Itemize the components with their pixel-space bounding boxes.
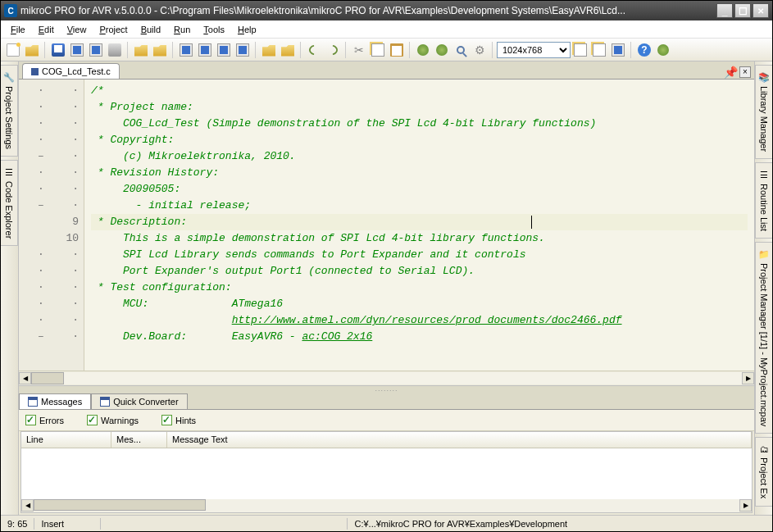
tb-btn-12[interactable] [590, 41, 608, 59]
close-tab-button[interactable]: × [739, 66, 751, 78]
save-button[interactable] [49, 41, 67, 59]
errors-checkbox[interactable]: Errors [25, 415, 64, 425]
menu-run[interactable]: Run [167, 22, 197, 37]
sidebar-tab-library-manager[interactable]: 📚Library Manager [755, 65, 772, 159]
undo-button[interactable] [305, 41, 323, 59]
pin-icon[interactable]: 📌 [724, 66, 738, 79]
green-dot-icon [436, 44, 448, 56]
print-button[interactable] [106, 41, 124, 59]
menubar: File Edit View Project Build Run Tools H… [1, 20, 772, 39]
tb-green-1[interactable] [414, 41, 432, 59]
scroll-thumb[interactable] [34, 499, 206, 511]
url-link[interactable]: ac:COG_2x16 [302, 330, 372, 343]
splitter[interactable]: ········ [19, 385, 754, 392]
panel-icon [198, 43, 211, 57]
tb-btn-11[interactable] [571, 41, 589, 59]
editor-hscrollbar[interactable]: ◀ ▶ [19, 371, 754, 385]
tab-messages[interactable]: Messages [19, 393, 91, 409]
cursor-position: 9: 65 [1, 519, 34, 529]
editor-panel: COG_Lcd_Test.c 📌 × ·· ·· ·· ·· –· ·· ·· … [19, 61, 754, 515]
menu-project[interactable]: Project [93, 22, 134, 37]
tb-btn-6[interactable] [234, 41, 252, 59]
panel-icon [612, 43, 625, 57]
url-link[interactable]: http://www.atmel.com/dyn/resources/prod_… [232, 314, 622, 326]
separator [345, 42, 347, 58]
paste-button[interactable] [388, 41, 406, 59]
sidebar-tab-routine-list[interactable]: ☰Routine List [755, 162, 772, 239]
tb-btn-14[interactable] [654, 41, 672, 59]
maximize-button[interactable]: ☐ [734, 3, 751, 18]
save-project-icon [89, 43, 102, 57]
scroll-thumb[interactable] [31, 372, 64, 384]
menu-edit[interactable]: Edit [32, 22, 61, 37]
tb-btn-13[interactable] [609, 41, 627, 59]
save-all-button[interactable] [68, 41, 86, 59]
tb-green-2[interactable] [433, 41, 451, 59]
separator [300, 42, 302, 58]
separator [255, 42, 257, 58]
file-tab-label: COG_Lcd_Test.c [42, 66, 111, 76]
tb-btn-5[interactable] [215, 41, 233, 59]
warnings-checkbox[interactable]: Warnings [87, 415, 139, 425]
menu-file[interactable]: File [4, 22, 32, 37]
cut-icon: ✂ [354, 43, 364, 57]
redo-button[interactable] [324, 41, 342, 59]
tb-btn-9[interactable] [452, 41, 470, 59]
edit-mode: Insert [34, 519, 100, 529]
tb-btn-3[interactable] [177, 41, 195, 59]
paste-icon [390, 43, 403, 57]
col-line[interactable]: Line [21, 432, 111, 448]
save-project-button[interactable] [87, 41, 105, 59]
scroll-right-button[interactable]: ▶ [739, 499, 752, 512]
open-file-button[interactable] [23, 41, 41, 59]
toolbar: ✂ ⚙ 1024x768 ? [1, 39, 772, 61]
tab-quick-converter[interactable]: Quick Converter [91, 393, 187, 409]
tb-btn-7[interactable] [260, 41, 278, 59]
hints-checkbox[interactable]: Hints [161, 415, 196, 425]
close-button[interactable]: ✕ [753, 3, 769, 18]
sidebar-tab-code-explorer[interactable]: ☰Code Explorer [1, 160, 18, 246]
file-path: C:¥...¥mikroC PRO for AVR¥Examples¥Devel… [348, 519, 574, 529]
scroll-left-button[interactable]: ◀ [21, 499, 34, 512]
resolution-select[interactable]: 1024x768 [497, 42, 571, 58]
menu-view[interactable]: View [61, 22, 93, 37]
tb-btn-4[interactable] [196, 41, 214, 59]
tb-btn-1[interactable] [132, 41, 150, 59]
menu-help[interactable]: Help [231, 22, 263, 37]
help-icon: ? [638, 43, 651, 57]
folder-icon: 📁 [758, 249, 770, 260]
help-button[interactable]: ? [635, 41, 653, 59]
cut-button[interactable]: ✂ [350, 41, 368, 59]
tree-icon: 🗂 [760, 444, 769, 454]
scroll-left-button[interactable]: ◀ [19, 372, 31, 384]
tb-btn-8[interactable] [279, 41, 297, 59]
folder-icon [262, 43, 275, 57]
tb-btn-10[interactable]: ⚙ [471, 41, 489, 59]
scroll-track[interactable] [31, 372, 742, 384]
new-file-button[interactable] [4, 41, 22, 59]
file-tab[interactable]: COG_Lcd_Test.c [22, 63, 120, 79]
col-message-no[interactable]: Mes... [111, 432, 167, 448]
menu-build[interactable]: Build [134, 22, 167, 37]
copy-button[interactable] [369, 41, 387, 59]
menu-tools[interactable]: Tools [197, 22, 231, 37]
titlebar-text: mikroC PRO for AVR v.5.0.0.0 - C:\Progra… [20, 5, 716, 16]
file-tab-strip: COG_Lcd_Test.c 📌 × [19, 61, 754, 80]
col-message-text[interactable]: Message Text [167, 432, 752, 448]
messages-hscrollbar[interactable]: ◀ ▶ [21, 499, 752, 512]
scroll-track[interactable] [34, 499, 739, 512]
separator [492, 42, 493, 58]
minimize-button[interactable]: _ [716, 3, 733, 18]
sidebar-tab-project-manager[interactable]: 📁Project Manager [1/1] - MyProject.mcpav [755, 242, 772, 434]
sidebar-tab-project-settings[interactable]: 🔧Project Settings [1, 65, 18, 157]
tb-btn-2[interactable] [151, 41, 169, 59]
save-icon [52, 43, 65, 57]
scroll-right-button[interactable]: ▶ [742, 372, 754, 384]
search-icon [457, 46, 465, 54]
folder-icon [281, 43, 294, 57]
copy-icon [371, 43, 384, 57]
separator [127, 42, 129, 58]
text-cursor [531, 216, 532, 229]
code-editor[interactable]: /* * Project name: COG_Lcd_Test (Simple … [84, 80, 754, 371]
sidebar-tab-project-explorer[interactable]: 🗂Project Ex [755, 437, 772, 506]
